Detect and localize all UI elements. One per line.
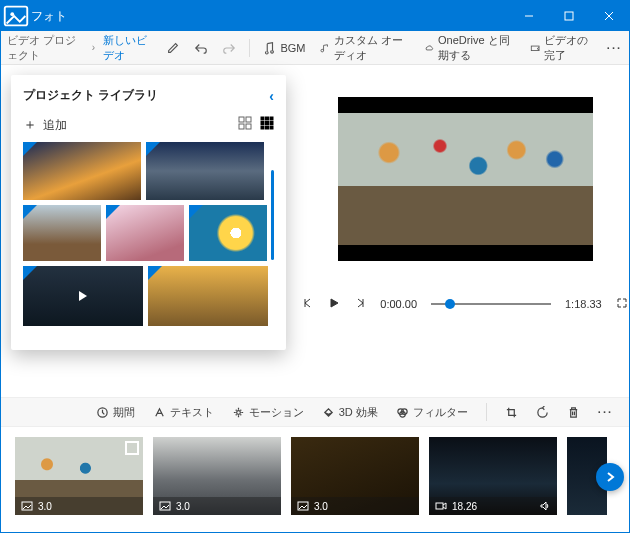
library-item[interactable] bbox=[148, 266, 268, 326]
library-item[interactable] bbox=[106, 205, 184, 261]
clip-duration: 3.0 bbox=[314, 501, 328, 512]
preview-image bbox=[338, 113, 593, 244]
finish-video-button[interactable]: ビデオの完了 bbox=[523, 31, 600, 64]
play-overlay-icon bbox=[79, 291, 87, 301]
undo-button[interactable] bbox=[187, 31, 215, 64]
used-badge-icon bbox=[106, 205, 120, 219]
clip-checkbox[interactable] bbox=[125, 441, 139, 455]
clip-duration: 3.0 bbox=[38, 501, 52, 512]
chevron-right-icon: › bbox=[90, 42, 97, 53]
separator bbox=[486, 403, 487, 421]
custom-audio-button[interactable]: カスタム オーディオ bbox=[312, 31, 416, 64]
prev-frame-button[interactable] bbox=[302, 297, 314, 311]
preview-frame bbox=[338, 97, 593, 261]
crop-button[interactable] bbox=[499, 406, 524, 419]
library-item[interactable] bbox=[189, 205, 267, 261]
svg-rect-15 bbox=[261, 126, 264, 129]
breadcrumb-parent[interactable]: ビデオ プロジェクト bbox=[1, 33, 90, 63]
fx3d-button[interactable]: 3D 効果 bbox=[316, 405, 384, 420]
bgm-label: BGM bbox=[280, 42, 305, 54]
svg-rect-13 bbox=[266, 122, 269, 125]
library-panel: プロジェクト ライブラリ ‹ ＋ 追加 bbox=[11, 75, 286, 350]
filter-button[interactable]: フィルター bbox=[390, 405, 474, 420]
app-title: フォト bbox=[31, 8, 509, 25]
library-scrollbar[interactable] bbox=[271, 170, 274, 260]
library-collapse-button[interactable]: ‹ bbox=[269, 88, 274, 104]
close-button[interactable] bbox=[589, 1, 629, 31]
seek-slider[interactable] bbox=[431, 298, 551, 310]
breadcrumb-current[interactable]: 新しいビデオ bbox=[97, 33, 159, 63]
storyboard-next-button[interactable] bbox=[596, 463, 624, 491]
library-item[interactable] bbox=[23, 142, 141, 200]
image-icon bbox=[159, 500, 171, 512]
library-item[interactable] bbox=[23, 266, 143, 326]
video-icon bbox=[435, 500, 447, 512]
used-badge-icon bbox=[23, 205, 37, 219]
image-icon bbox=[297, 500, 309, 512]
svg-rect-26 bbox=[436, 503, 443, 509]
maximize-button[interactable] bbox=[549, 1, 589, 31]
play-button[interactable] bbox=[328, 297, 340, 311]
motion-label: モーション bbox=[249, 405, 304, 420]
library-add-button[interactable]: ＋ 追加 bbox=[23, 116, 67, 134]
svg-rect-10 bbox=[266, 117, 269, 120]
library-item[interactable] bbox=[146, 142, 264, 200]
used-badge-icon bbox=[23, 142, 37, 156]
storyboard-clip[interactable]: 3.0 bbox=[153, 437, 281, 515]
app-icon bbox=[1, 1, 31, 31]
used-badge-icon bbox=[146, 142, 160, 156]
onedrive-sync-button[interactable]: OneDrive と同期する bbox=[417, 31, 523, 64]
app-window: フォト ビデオ プロジェクト › 新しいビデオ BGM カスタム オーディオ O… bbox=[0, 0, 630, 533]
used-badge-icon bbox=[23, 266, 37, 280]
finish-label: ビデオの完了 bbox=[544, 33, 593, 63]
fx3d-label: 3D 効果 bbox=[339, 405, 378, 420]
svg-rect-7 bbox=[239, 124, 244, 129]
svg-rect-16 bbox=[266, 126, 269, 129]
next-frame-button[interactable] bbox=[354, 297, 366, 311]
svg-rect-11 bbox=[270, 117, 273, 120]
storyboard: 3.0 3.0 3.0 18 bbox=[1, 427, 629, 532]
custom-audio-label: カスタム オーディオ bbox=[334, 33, 410, 63]
sync-label: OneDrive と同期する bbox=[438, 33, 516, 63]
edit-button[interactable] bbox=[159, 31, 187, 64]
view-large-button[interactable] bbox=[238, 116, 252, 134]
duration-label: 期間 bbox=[113, 405, 135, 420]
edit-toolbar: 期間 テキスト モーション 3D 効果 フィルター ··· bbox=[1, 397, 629, 427]
svg-rect-5 bbox=[239, 117, 244, 122]
delete-button[interactable] bbox=[561, 406, 586, 419]
motion-button[interactable]: モーション bbox=[226, 405, 310, 420]
filter-label: フィルター bbox=[413, 405, 468, 420]
svg-rect-14 bbox=[270, 122, 273, 125]
storyboard-clip[interactable]: 3.0 bbox=[291, 437, 419, 515]
svg-rect-6 bbox=[246, 117, 251, 122]
current-time: 0:00.00 bbox=[380, 298, 417, 310]
view-small-button[interactable] bbox=[260, 116, 274, 134]
more-button[interactable]: ··· bbox=[600, 31, 629, 64]
redo-button[interactable] bbox=[215, 31, 243, 64]
minimize-button[interactable] bbox=[509, 1, 549, 31]
library-add-label: 追加 bbox=[43, 117, 67, 134]
content-area: プロジェクト ライブラリ ‹ ＋ 追加 bbox=[1, 65, 629, 397]
svg-rect-2 bbox=[565, 12, 573, 20]
clip-duration: 3.0 bbox=[176, 501, 190, 512]
storyboard-clip[interactable]: 3.0 bbox=[15, 437, 143, 515]
library-title: プロジェクト ライブラリ bbox=[23, 87, 158, 104]
svg-point-19 bbox=[236, 410, 240, 414]
svg-rect-8 bbox=[246, 124, 251, 129]
fullscreen-button[interactable] bbox=[616, 297, 628, 311]
total-time: 1:18.33 bbox=[565, 298, 602, 310]
used-badge-icon bbox=[148, 266, 162, 280]
library-item[interactable] bbox=[23, 205, 101, 261]
image-icon bbox=[21, 500, 33, 512]
edit-more-button[interactable]: ··· bbox=[592, 406, 619, 418]
titlebar: フォト bbox=[1, 1, 629, 31]
duration-button[interactable]: 期間 bbox=[90, 405, 141, 420]
svg-rect-17 bbox=[270, 126, 273, 129]
separator bbox=[249, 39, 250, 57]
text-button[interactable]: テキスト bbox=[147, 405, 220, 420]
used-badge-icon bbox=[189, 205, 203, 219]
audio-icon bbox=[539, 500, 551, 512]
bgm-button[interactable]: BGM bbox=[255, 31, 312, 64]
storyboard-clip[interactable]: 18.26 bbox=[429, 437, 557, 515]
rotate-button[interactable] bbox=[530, 406, 555, 419]
